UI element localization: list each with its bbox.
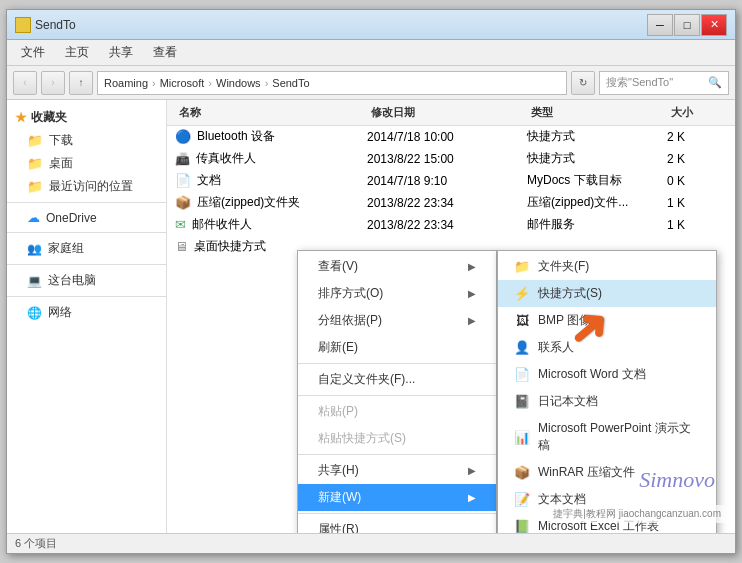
sidebar-item-thispc[interactable]: 💻 这台电脑 — [7, 269, 166, 292]
toolbar: ‹ › ↑ Roaming › Microsoft › Windows › Se… — [7, 66, 735, 100]
sub-item-word[interactable]: 📄 Microsoft Word 文档 — [498, 361, 716, 388]
sub-item-folder[interactable]: 📁 文件夹(F) — [498, 253, 716, 280]
menu-file[interactable]: 文件 — [11, 41, 55, 64]
up-button[interactable]: ↑ — [69, 71, 93, 95]
sidebar-item-downloads[interactable]: 📁 下载 — [7, 129, 166, 152]
sub-item-bmp[interactable]: 🖼 BMP 图像 — [498, 307, 716, 334]
ctx-view-label: 查看(V) — [318, 258, 358, 275]
text-icon: 📝 — [514, 492, 530, 508]
address-part-sendto: SendTo — [272, 77, 309, 89]
sidebar-downloads-label: 下载 — [49, 132, 73, 149]
word-icon: 📄 — [514, 367, 530, 383]
ctx-customize-label: 自定义文件夹(F)... — [318, 371, 415, 388]
ctx-paste-shortcut[interactable]: 粘贴快捷方式(S) — [298, 425, 496, 452]
sub-label: 日记本文档 — [538, 393, 598, 410]
address-sep3: › — [265, 77, 269, 89]
sidebar-item-homegroup[interactable]: 👥 家庭组 — [7, 237, 166, 260]
sub-item-excel[interactable]: 📗 Microsoft Excel 工作表 — [498, 513, 716, 533]
folder-icon: 📁 — [27, 179, 43, 194]
address-sep2: › — [208, 77, 212, 89]
sub-item-ppt[interactable]: 📊 Microsoft PowerPoint 演示文稿 — [498, 415, 716, 459]
ctx-sep3 — [298, 454, 496, 455]
ctx-paste-shortcut-label: 粘贴快捷方式(S) — [318, 430, 406, 447]
explorer-window: SendTo ─ □ ✕ 文件 主页 共享 查看 ‹ › ↑ Roaming ›… — [6, 9, 736, 554]
ctx-arrow: ▶ — [468, 465, 476, 476]
sub-label: 文件夹(F) — [538, 258, 589, 275]
folder-icon: 📁 — [27, 133, 43, 148]
sub-label: Microsoft Excel 工作表 — [538, 518, 659, 533]
ctx-arrow: ▶ — [468, 261, 476, 272]
ctx-refresh[interactable]: 刷新(E) — [298, 334, 496, 361]
maximize-button[interactable]: □ — [674, 14, 700, 36]
sidebar-item-desktop[interactable]: 📁 桌面 — [7, 152, 166, 175]
sub-item-winrar[interactable]: 📦 WinRAR 压缩文件 — [498, 459, 716, 486]
ctx-arrow: ▶ — [468, 315, 476, 326]
ctx-paste[interactable]: 粘贴(P) — [298, 398, 496, 425]
sidebar-divider-2 — [7, 232, 166, 233]
sub-label: 联系人 — [538, 339, 574, 356]
ctx-refresh-label: 刷新(E) — [318, 339, 358, 356]
close-button[interactable]: ✕ — [701, 14, 727, 36]
title-controls: ─ □ ✕ — [647, 14, 727, 36]
journal-icon: 📓 — [514, 394, 530, 410]
submenu: 📁 文件夹(F) ⚡ 快捷方式(S) 🖼 BMP 图像 👤 联系人 — [497, 250, 717, 533]
ctx-group[interactable]: 分组依据(P) ▶ — [298, 307, 496, 334]
sub-item-text[interactable]: 📝 文本文档 — [498, 486, 716, 513]
address-part-roaming: Roaming — [104, 77, 148, 89]
ctx-view[interactable]: 查看(V) ▶ — [298, 253, 496, 280]
homegroup-icon: 👥 — [27, 242, 42, 256]
ctx-properties[interactable]: 属性(R) — [298, 516, 496, 533]
star-icon: ★ — [15, 110, 27, 125]
address-sep1: › — [152, 77, 156, 89]
sub-item-journal[interactable]: 📓 日记本文档 — [498, 388, 716, 415]
ctx-share-label: 共享(H) — [318, 462, 359, 479]
sidebar-desktop-label: 桌面 — [49, 155, 73, 172]
ctx-new[interactable]: 新建(W) ▶ — [298, 484, 496, 511]
menu-bar: 文件 主页 共享 查看 — [7, 40, 735, 66]
sub-label: BMP 图像 — [538, 312, 591, 329]
status-bar: 6 个项目 — [7, 533, 735, 553]
ctx-sep2 — [298, 395, 496, 396]
back-button[interactable]: ‹ — [13, 71, 37, 95]
sub-label: Microsoft Word 文档 — [538, 366, 646, 383]
menu-home[interactable]: 主页 — [55, 41, 99, 64]
thispc-icon: 💻 — [27, 274, 42, 288]
sidebar-divider-4 — [7, 296, 166, 297]
sub-item-contact[interactable]: 👤 联系人 — [498, 334, 716, 361]
window-title: SendTo — [35, 18, 76, 32]
contact-icon: 👤 — [514, 340, 530, 356]
sidebar-item-recent[interactable]: 📁 最近访问的位置 — [7, 175, 166, 198]
refresh-button[interactable]: ↻ — [571, 71, 595, 95]
content-area: 名称 修改日期 类型 大小 🔵 Bluetooth 设备 2014/7/18 1… — [167, 100, 735, 533]
menu-view[interactable]: 查看 — [143, 41, 187, 64]
sidebar-item-network[interactable]: 🌐 网络 — [7, 301, 166, 324]
thispc-label: 这台电脑 — [48, 272, 96, 289]
search-placeholder: 搜索"SendTo" — [606, 75, 673, 90]
ctx-properties-label: 属性(R) — [318, 521, 359, 533]
favorites-section: ★ 收藏夹 📁 下载 📁 桌面 📁 最近访问的位置 — [7, 106, 166, 198]
forward-button[interactable]: › — [41, 71, 65, 95]
favorites-label: 收藏夹 — [31, 109, 67, 126]
ctx-sort[interactable]: 排序方式(O) ▶ — [298, 280, 496, 307]
sidebar-item-onedrive[interactable]: ☁ OneDrive — [7, 207, 166, 228]
minimize-button[interactable]: ─ — [647, 14, 673, 36]
bmp-icon: 🖼 — [514, 313, 530, 329]
favorites-header[interactable]: ★ 收藏夹 — [7, 106, 166, 129]
address-bar[interactable]: Roaming › Microsoft › Windows › SendTo — [97, 71, 567, 95]
sub-label: Microsoft PowerPoint 演示文稿 — [538, 420, 700, 454]
ctx-customize[interactable]: 自定义文件夹(F)... — [298, 366, 496, 393]
ctx-sort-label: 排序方式(O) — [318, 285, 383, 302]
ctx-new-label: 新建(W) — [318, 489, 361, 506]
ppt-icon: 📊 — [514, 429, 530, 445]
context-menu: 查看(V) ▶ 排序方式(O) ▶ 分组依据(P) ▶ 刷新(E) — [297, 250, 497, 533]
search-box[interactable]: 搜索"SendTo" 🔍 — [599, 71, 729, 95]
sidebar: ★ 收藏夹 📁 下载 📁 桌面 📁 最近访问的位置 ☁ — [7, 100, 167, 533]
sub-label: 文本文档 — [538, 491, 586, 508]
sub-item-shortcut[interactable]: ⚡ 快捷方式(S) — [498, 280, 716, 307]
address-part-microsoft: Microsoft — [160, 77, 205, 89]
menu-share[interactable]: 共享 — [99, 41, 143, 64]
ctx-share[interactable]: 共享(H) ▶ — [298, 457, 496, 484]
homegroup-label: 家庭组 — [48, 240, 84, 257]
shortcut-icon: ⚡ — [514, 286, 530, 302]
sub-label: WinRAR 压缩文件 — [538, 464, 635, 481]
